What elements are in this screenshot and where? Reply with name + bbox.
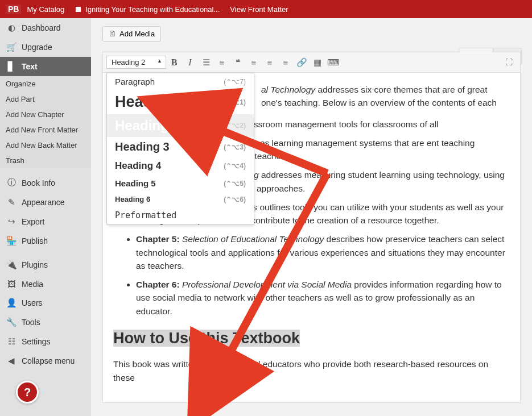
help-fab[interactable]: ? (16, 381, 39, 403)
format-select-dropdown[interactable]: Heading 2 (106, 56, 166, 69)
sliders-icon: ☷ (6, 336, 17, 347)
sidebar-sub-trash[interactable]: Trash (0, 153, 91, 168)
format-option-h4[interactable]: Heading 4(⌃⌥4) (107, 157, 254, 175)
admin-sidebar: ◐Dashboard 🛒Upgrade ▋Text Organize Add P… (0, 18, 91, 416)
admin-top-bar: PB My Catalog Igniting Your Teaching wit… (0, 0, 532, 18)
sidebar-item-publish[interactable]: 🏪Publish (0, 231, 91, 251)
format-option-h6[interactable]: Heading 6(⌃⌥6) (107, 192, 254, 207)
format-option-preformatted[interactable]: Preformatted (107, 207, 254, 224)
add-media-button[interactable]: 🖻Add Media (102, 26, 161, 41)
user-icon: 👤 (6, 298, 17, 308)
format-option-paragraph[interactable]: Paragraph(⌃⌥7) (107, 73, 254, 90)
bullet-list-button[interactable]: ☰ (198, 55, 214, 70)
sidebar-item-text[interactable]: ▋Text (0, 57, 91, 76)
format-dropdown: Paragraph(⌃⌥7) Heading 1(⌃⌥1) Heading 2(… (106, 73, 254, 224)
numbered-list-button[interactable]: ≡ (214, 55, 230, 70)
book-icon: ▋ (6, 61, 17, 72)
book-title-link[interactable]: Igniting Your Teaching with Educational.… (75, 5, 220, 14)
sidebar-item-book-info[interactable]: ⓘBook Info (0, 173, 91, 193)
bold-button[interactable]: B (166, 55, 182, 70)
media-icon: 🖾 (6, 279, 17, 289)
sidebar-item-plugins[interactable]: 🔌Plugins (0, 255, 91, 274)
sidebar-sub-add-chapter[interactable]: Add New Chapter (0, 107, 91, 122)
sidebar-sub-organize[interactable]: Organize (0, 76, 91, 91)
dashboard-icon: ◐ (6, 23, 17, 33)
sidebar-sub-add-back-matter[interactable]: Add New Back Matter (0, 138, 91, 153)
info-icon: ⓘ (6, 177, 17, 188)
pb-logo[interactable]: PB (6, 5, 21, 14)
sidebar-item-dashboard[interactable]: ◐Dashboard (0, 18, 91, 38)
sidebar-item-collapse[interactable]: ◀Collapse menu (0, 351, 91, 371)
format-option-h2[interactable]: Heading 2(⌃⌥2) (107, 114, 254, 137)
link-button[interactable]: 🔗 (294, 55, 310, 70)
align-right-button[interactable]: ≡ (278, 55, 294, 70)
sidebar-item-settings[interactable]: ☷Settings (0, 332, 91, 351)
format-option-h3[interactable]: Heading 3(⌃⌥3) (107, 137, 254, 157)
sidebar-item-upgrade[interactable]: 🛒Upgrade (0, 38, 91, 57)
view-front-matter-link[interactable]: View Front Matter (230, 5, 288, 14)
cart-icon: 🛒 (6, 42, 17, 52)
brush-icon: ✎ (6, 197, 17, 207)
my-catalog-link[interactable]: My Catalog (27, 5, 64, 14)
format-option-h5[interactable]: Heading 5(⌃⌥5) (107, 175, 254, 192)
blockquote-button[interactable]: ❝ (230, 55, 246, 70)
format-option-h1[interactable]: Heading 1(⌃⌥1) (107, 90, 254, 114)
sidebar-item-tools[interactable]: 🔧Tools (0, 313, 91, 332)
align-left-button[interactable]: ≡ (246, 55, 262, 70)
body-paragraph: This book was written by experienced edu… (113, 357, 510, 384)
export-icon: ↪ (6, 217, 17, 227)
align-center-button[interactable]: ≡ (262, 55, 278, 70)
selected-heading: How to Use this Textbook (113, 330, 300, 347)
editor-panel: 🖻Add Media Visual Text Heading 2 B I ☰ ≡… (91, 18, 532, 416)
collapse-icon: ◀ (6, 356, 17, 366)
more-button[interactable]: ▦ (310, 55, 325, 70)
list-item: Chapter 6: Professional Development via … (136, 278, 510, 318)
sidebar-item-users[interactable]: 👤Users (0, 293, 91, 313)
editor-toolbar: Heading 2 B I ☰ ≡ ❝ ≡ ≡ ≡ 🔗 ▦ ⌨ ⛶ (103, 52, 520, 73)
wrench-icon: 🔧 (6, 317, 17, 327)
media-icon: 🖻 (109, 30, 116, 38)
svg-rect-0 (76, 6, 81, 11)
plug-icon: 🔌 (6, 260, 17, 270)
keyboard-button[interactable]: ⌨ (325, 55, 341, 70)
fullscreen-button[interactable]: ⛶ (501, 55, 517, 70)
sidebar-item-media[interactable]: 🖾Media (0, 274, 91, 293)
book-title-text: Igniting Your Teaching with Educational.… (85, 5, 220, 14)
store-icon: 🏪 (6, 236, 17, 246)
sidebar-sub-add-part[interactable]: Add Part (0, 91, 91, 107)
sidebar-sub-add-front-matter[interactable]: Add New Front Matter (0, 122, 91, 138)
list-item: Chapter 5: Selection of Educational Tech… (136, 232, 510, 272)
sidebar-item-appearance[interactable]: ✎Appearance (0, 193, 91, 212)
italic-button[interactable]: I (182, 55, 198, 70)
sidebar-item-export[interactable]: ↪Export (0, 212, 91, 231)
